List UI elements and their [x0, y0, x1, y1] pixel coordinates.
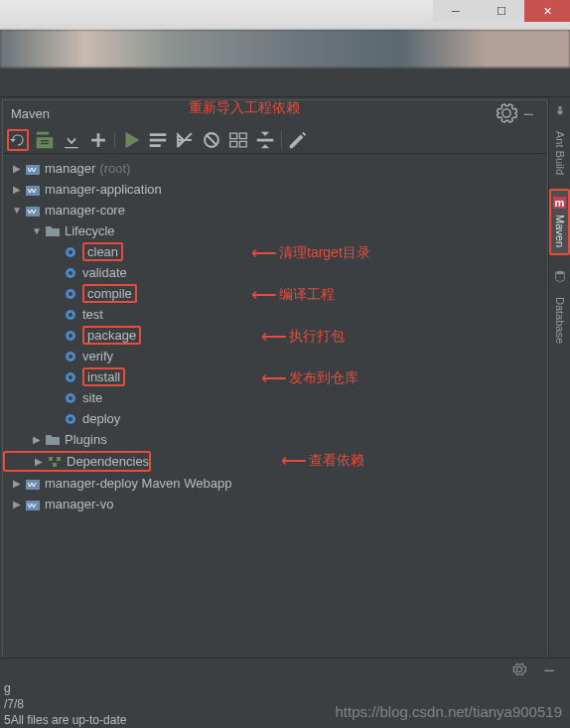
skip-tests-button[interactable] [201, 129, 222, 151]
window-maximize-button[interactable]: ☐ [479, 0, 524, 22]
svg-point-17 [69, 375, 72, 379]
svg-point-27 [558, 106, 562, 110]
dependencies-icon [47, 454, 63, 470]
gear-goal-icon [63, 390, 78, 406]
window-titlebar: ─ ☐ ✕ [0, 0, 570, 30]
collapse-arrow-icon[interactable]: ▼ [11, 205, 23, 216]
lifecycle-goal-install[interactable]: install [3, 366, 547, 387]
tree-label: manager-application [45, 182, 162, 197]
tree-label-suffix: (root) [99, 161, 130, 176]
tree-label: validate [82, 265, 127, 280]
database-icon [553, 269, 567, 283]
folder-icon [45, 432, 61, 448]
maven-project-tree: ▶ manager (root) ▶ manager-application ▼… [3, 154, 547, 667]
tree-node-lifecycle[interactable]: ▼ Lifecycle [3, 220, 547, 241]
tree-label: compile [82, 284, 137, 303]
svg-point-28 [557, 109, 562, 114]
tree-label: manager [45, 161, 95, 176]
gear-goal-icon [63, 328, 78, 344]
expand-arrow-icon[interactable]: ▶ [11, 499, 23, 510]
collapse-all-button[interactable] [254, 129, 276, 151]
tree-label: Lifecycle [65, 223, 115, 238]
tree-label: deploy [82, 411, 120, 426]
panel-minimize-icon[interactable]: ─ [517, 102, 539, 124]
maven-badge-icon: m [553, 197, 567, 209]
expand-arrow-icon[interactable]: ▶ [31, 434, 43, 445]
run-button[interactable] [120, 129, 142, 151]
maven-panel-title: Maven [11, 106, 50, 121]
lifecycle-goal-package[interactable]: package [3, 325, 547, 346]
status-line: 5All files are up-to-date [0, 712, 570, 728]
tree-node-plugins[interactable]: ▶ Plugins [3, 429, 547, 450]
lifecycle-goal-clean[interactable]: clean [3, 241, 547, 262]
tree-node-dependencies[interactable]: ▶ Dependencies [3, 451, 151, 472]
add-project-button[interactable] [87, 129, 109, 151]
maven-module-icon [25, 476, 41, 492]
status-hide-icon[interactable]: ─ [538, 658, 560, 680]
svg-rect-24 [53, 463, 57, 467]
blurred-background-strip [0, 30, 570, 68]
gear-goal-icon [63, 265, 78, 281]
tree-node-module[interactable]: ▶ manager-vo [3, 494, 547, 514]
panel-settings-icon[interactable] [496, 102, 517, 124]
svg-point-7 [69, 271, 72, 275]
lifecycle-goal-validate[interactable]: validate [3, 262, 547, 283]
expand-arrow-icon[interactable]: ▶ [11, 163, 23, 174]
window-minimize-button[interactable]: ─ [433, 0, 479, 22]
tree-node-module[interactable]: ▼ manager-core [3, 200, 547, 220]
show-dependencies-button[interactable] [227, 129, 249, 151]
maven-module-icon [25, 497, 41, 512]
svg-rect-22 [49, 457, 53, 461]
expand-arrow-icon[interactable]: ▶ [11, 478, 23, 489]
tree-label: clean [82, 242, 123, 261]
tree-label: site [82, 390, 102, 405]
lifecycle-goal-deploy[interactable]: deploy [3, 408, 547, 429]
maven-tool-window: Maven ─ [2, 99, 548, 668]
maven-module-icon [25, 203, 41, 218]
gear-goal-icon [63, 307, 78, 323]
window-close-button[interactable]: ✕ [524, 0, 570, 22]
download-sources-button[interactable] [61, 129, 82, 151]
tree-node-module[interactable]: ▶ manager-application [3, 179, 547, 200]
ant-build-tab[interactable]: Ant Build [554, 131, 566, 175]
tree-label: package [82, 326, 141, 345]
tree-label: Dependencies [67, 454, 149, 469]
svg-point-11 [69, 313, 72, 317]
lifecycle-goal-site[interactable]: site [3, 387, 547, 408]
execute-goal-button[interactable] [147, 129, 169, 151]
tree-node-root[interactable]: ▶ manager (root) [3, 158, 547, 179]
svg-point-15 [69, 355, 72, 359]
lifecycle-goal-verify[interactable]: verify [3, 346, 547, 366]
tree-label: install [82, 367, 125, 386]
tree-label: manager-deploy Maven Webapp [45, 476, 231, 491]
svg-point-5 [69, 250, 72, 254]
gear-goal-icon [63, 244, 78, 260]
svg-point-13 [69, 334, 72, 338]
toggle-offline-button[interactable] [174, 129, 196, 151]
reimport-button[interactable] [7, 129, 29, 151]
svg-point-19 [69, 396, 72, 400]
lifecycle-goal-test[interactable]: test [3, 304, 547, 325]
status-line: /7/8 [0, 696, 570, 712]
maven-settings-button[interactable] [287, 129, 309, 151]
collapse-arrow-icon[interactable]: ▼ [31, 225, 43, 236]
maven-toolbar [3, 126, 547, 154]
right-tool-rail: Ant Build m Maven Database [548, 97, 570, 668]
tree-node-module[interactable]: ▶ manager-deploy Maven Webapp [3, 473, 547, 494]
lifecycle-goal-compile[interactable]: compile [3, 283, 547, 304]
maven-tab[interactable]: m Maven [549, 189, 570, 255]
svg-point-29 [555, 271, 564, 275]
gear-goal-icon [63, 369, 78, 385]
database-tab[interactable]: Database [554, 297, 566, 344]
expand-arrow-icon[interactable]: ▶ [33, 456, 45, 467]
status-settings-icon[interactable] [508, 658, 530, 680]
tree-label: verify [82, 349, 113, 364]
gear-goal-icon [63, 411, 78, 427]
svg-rect-23 [57, 457, 61, 461]
status-line: g [0, 680, 570, 696]
gear-goal-icon [63, 349, 78, 364]
expand-arrow-icon[interactable]: ▶ [11, 184, 23, 195]
generate-sources-button[interactable] [34, 129, 56, 151]
tree-label: manager-core [45, 203, 125, 218]
tree-label: test [82, 307, 103, 322]
